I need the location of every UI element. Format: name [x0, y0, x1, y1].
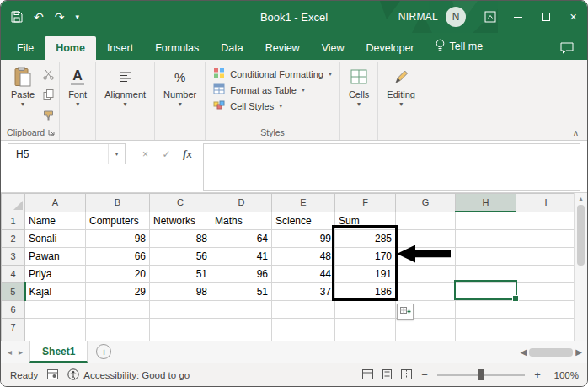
cell-H8[interactable] — [456, 336, 516, 341]
cancel-icon[interactable]: × — [135, 148, 156, 160]
cell-I6[interactable] — [516, 300, 575, 318]
cell-B7[interactable] — [86, 318, 150, 336]
cell-E3[interactable]: 48 — [272, 247, 335, 265]
scroll-right-icon[interactable]: ▶ — [575, 347, 582, 357]
macro-record-icon[interactable] — [47, 369, 58, 381]
cell-A6[interactable] — [25, 300, 86, 318]
formula-input[interactable] — [203, 143, 580, 191]
copy-icon[interactable] — [43, 89, 54, 104]
cell-G3[interactable] — [396, 247, 456, 265]
vertical-scroll-thumb[interactable] — [577, 205, 585, 266]
zoom-in-button[interactable]: + — [532, 368, 543, 381]
zoom-level[interactable]: 100% — [550, 370, 579, 380]
cell-H4[interactable] — [456, 265, 516, 282]
cell-C7[interactable] — [150, 318, 211, 336]
cell-D5[interactable]: 51 — [211, 282, 272, 300]
cell-G2[interactable] — [396, 229, 456, 247]
cell-B1[interactable]: Computers — [86, 212, 150, 229]
cell-H2[interactable] — [456, 229, 516, 247]
cell-G7[interactable] — [396, 318, 456, 336]
user-name[interactable]: NIRMAL — [398, 11, 438, 23]
page-break-preview-icon[interactable] — [401, 369, 412, 381]
column-header-G[interactable]: G — [396, 194, 456, 212]
cell-G8[interactable] — [396, 336, 456, 341]
cell-styles-button[interactable]: Cell Styles ▾ — [213, 99, 332, 112]
row-header-3[interactable]: 3 — [2, 247, 25, 265]
cell-E5[interactable]: 37 — [272, 282, 335, 300]
cell-H6[interactable] — [456, 300, 516, 318]
conditional-formatting-button[interactable]: Conditional Formatting ▾ — [213, 67, 332, 80]
horizontal-scroll-thumb[interactable] — [529, 348, 573, 357]
cell-G4[interactable] — [396, 265, 456, 282]
name-box[interactable]: H5 ▾ — [8, 143, 126, 164]
tab-view[interactable]: View — [311, 36, 355, 60]
cell-A8[interactable] — [25, 336, 86, 341]
cell-H5[interactable] — [456, 282, 516, 300]
cell-E7[interactable] — [272, 318, 335, 336]
cell-G1[interactable] — [396, 212, 456, 229]
cell-D6[interactable] — [211, 300, 272, 318]
cell-C5[interactable]: 98 — [150, 282, 211, 300]
sheet-nav-right-icon[interactable]: ▸ — [19, 347, 23, 357]
cell-B4[interactable]: 20 — [86, 265, 150, 282]
cell-I3[interactable] — [516, 247, 575, 265]
tab-review[interactable]: Review — [254, 36, 311, 60]
cell-I7[interactable] — [516, 318, 575, 336]
cell-C8[interactable] — [150, 336, 211, 341]
cell-A4[interactable]: Priya — [25, 265, 86, 282]
sheet-nav-left-icon[interactable]: ◂ — [8, 347, 12, 357]
cell-A1[interactable]: Name — [25, 212, 86, 229]
row-header-2[interactable]: 2 — [2, 229, 25, 247]
page-layout-view-icon[interactable] — [382, 369, 393, 381]
row-header-7[interactable]: 7 — [2, 318, 25, 336]
cell-D3[interactable]: 41 — [211, 247, 272, 265]
name-box-caret-icon[interactable]: ▾ — [108, 144, 125, 164]
scroll-up-icon[interactable]: ▴ — [580, 195, 583, 202]
tab-data[interactable]: Data — [210, 36, 254, 60]
cell-E4[interactable]: 44 — [272, 265, 335, 282]
collapse-ribbon-icon[interactable]: ∧ — [573, 128, 579, 137]
cut-icon[interactable] — [43, 68, 54, 83]
row-header-8[interactable]: 8 — [2, 336, 25, 341]
cell-C6[interactable] — [150, 300, 211, 318]
cell-I5[interactable] — [516, 282, 575, 300]
cell-D1[interactable]: Maths — [211, 212, 272, 229]
zoom-slider-thumb[interactable] — [478, 369, 484, 380]
column-header-I[interactable]: I — [516, 194, 575, 212]
cell-A7[interactable] — [25, 318, 86, 336]
scroll-left-icon[interactable]: ◀ — [521, 347, 527, 357]
cell-E6[interactable] — [272, 300, 335, 318]
cell-C3[interactable]: 56 — [150, 247, 211, 265]
tab-insert[interactable]: Insert — [96, 36, 144, 60]
maximize-button[interactable] — [532, 1, 559, 33]
cell-C1[interactable]: Networks — [150, 212, 211, 229]
tab-developer[interactable]: Developer — [355, 36, 425, 60]
zoom-out-button[interactable]: − — [420, 368, 430, 381]
cell-I1[interactable] — [516, 212, 575, 229]
cell-G5[interactable] — [396, 282, 456, 300]
zoom-slider[interactable] — [437, 374, 525, 376]
column-header-E[interactable]: E — [272, 194, 335, 212]
cell-B6[interactable] — [86, 300, 150, 318]
cell-C4[interactable]: 51 — [150, 265, 211, 282]
redo-icon[interactable]: ↷ — [55, 11, 65, 23]
cell-F2[interactable]: 285 — [335, 229, 396, 247]
accessibility-status[interactable]: Accessibility: Good to go — [67, 368, 190, 382]
tab-formulas[interactable]: Formulas — [144, 36, 210, 60]
number-button[interactable]: % Number ▾ — [158, 62, 202, 108]
cell-C2[interactable]: 88 — [150, 229, 211, 247]
row-header-5[interactable]: 5 — [2, 282, 25, 300]
cell-H7[interactable] — [456, 318, 516, 336]
editing-button[interactable]: Editing ▾ — [381, 62, 421, 108]
cell-B3[interactable]: 66 — [86, 247, 150, 265]
cell-F5[interactable]: 186 — [335, 282, 396, 300]
tab-home[interactable]: Home — [45, 36, 96, 60]
cell-H1[interactable] — [456, 212, 516, 229]
column-header-H[interactable]: H — [456, 194, 516, 212]
close-button[interactable]: × — [559, 1, 587, 33]
cell-F6[interactable] — [335, 300, 396, 318]
cells-button[interactable]: Cells ▾ — [343, 62, 375, 108]
insert-function-icon[interactable]: fx — [177, 148, 198, 161]
cell-A3[interactable]: Pawan — [25, 247, 86, 265]
horizontal-scrollbar[interactable]: ◀ ▶ — [521, 341, 587, 363]
